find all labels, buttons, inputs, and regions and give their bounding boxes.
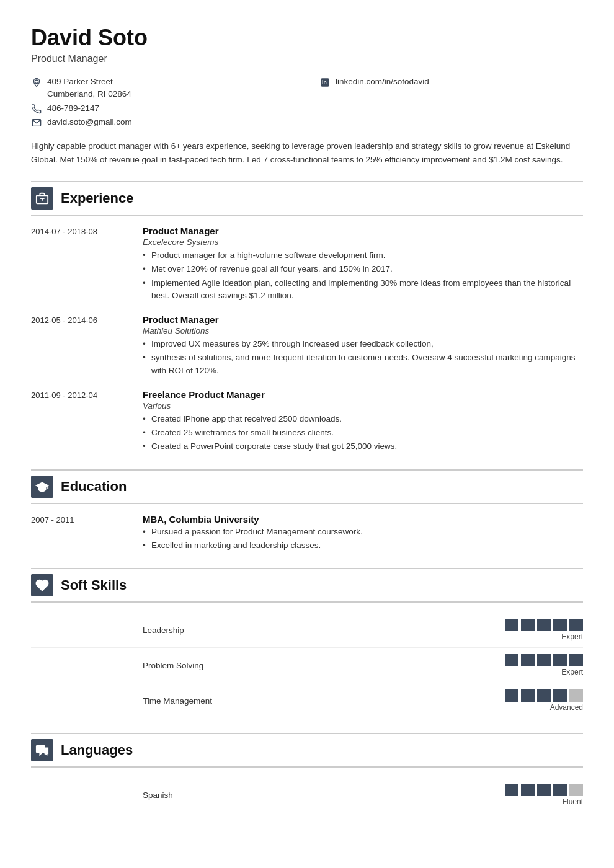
edu-entry-1: 2007 - 2011 MBA, Columbia University Pur… [31, 514, 583, 554]
exp-date-1: 2014-07 - 2018-08 [31, 226, 130, 303]
exp-bullet-3-2: Created 25 wireframes for small business… [143, 427, 583, 439]
skill-bars-col: Fluent [505, 784, 583, 806]
skill-bar [553, 619, 567, 631]
skill-bar [537, 619, 551, 631]
skill-bar [569, 784, 583, 796]
soft-skills-list: LeadershipExpertProblem SolvingExpertTim… [31, 613, 583, 718]
skill-level: Advanced [550, 703, 583, 712]
skill-bar [521, 654, 535, 666]
exp-bullet-1-2: Met over 120% of revenue goal all four y… [143, 263, 583, 275]
svg-rect-7 [37, 746, 45, 753]
svg-point-0 [35, 80, 38, 83]
skill-level: Fluent [563, 797, 583, 806]
edu-date-1: 2007 - 2011 [31, 514, 130, 554]
email-icon [31, 117, 42, 128]
skill-bar [537, 689, 551, 702]
experience-section: Experience 2014-07 - 2018-08 Product Man… [31, 181, 583, 454]
exp-entry-2: 2012-05 - 2014-06 Product Manager Mathie… [31, 314, 583, 378]
skill-bars-col: Advanced [505, 689, 583, 712]
candidate-title: Product Manager [31, 53, 583, 64]
exp-role-2: Product Manager [143, 314, 583, 325]
languages-list: SpanishFluent [31, 777, 583, 812]
experience-icon [31, 187, 53, 210]
experience-title: Experience [61, 190, 133, 206]
address-text: 409 Parker Street Cumberland, RI 02864 [47, 76, 131, 101]
linkedin-url: linkedin.com/in/sotodavid [336, 76, 429, 88]
exp-bullets-3: Created iPhone app that received 2500 do… [143, 413, 583, 453]
candidate-name: David Soto [31, 25, 583, 51]
exp-company-3: Various [143, 401, 583, 410]
languages-section: Languages SpanishFluent [31, 733, 583, 812]
skill-bar [537, 654, 551, 666]
soft-skills-title: Soft Skills [61, 577, 127, 593]
skill-bars [505, 619, 583, 631]
skill-bar [553, 654, 567, 666]
skill-bar [553, 784, 567, 796]
skill-entry: LeadershipExpert [31, 613, 583, 648]
exp-content-2: Product Manager Mathieu Solutions Improv… [143, 314, 583, 378]
exp-date-3: 2011-09 - 2012-04 [31, 389, 130, 454]
exp-company-1: Excelecore Systems [143, 237, 583, 247]
linkedin-icon: in [319, 77, 331, 88]
skill-level: Expert [561, 632, 583, 641]
exp-entry-1: 2014-07 - 2018-08 Product Manager Excele… [31, 226, 583, 303]
skill-entry: Time ManagementAdvanced [31, 683, 583, 718]
soft-skills-icon [31, 574, 53, 596]
skill-name: Problem Solving [143, 661, 492, 670]
svg-text:in: in [322, 79, 327, 86]
phone-item: 486-789-2147 [31, 102, 295, 115]
edu-role-1: MBA, Columbia University [143, 514, 583, 525]
exp-date-2: 2012-05 - 2014-06 [31, 314, 130, 378]
exp-bullet-1-3: Implemented Agile ideation plan, collect… [143, 277, 583, 303]
exp-bullets-1: Product manager for a high-volume softwa… [143, 249, 583, 302]
skill-bar [569, 619, 583, 631]
languages-title: Languages [61, 742, 133, 758]
skill-bars-col: Expert [505, 619, 583, 641]
education-icon [31, 476, 53, 498]
exp-content-1: Product Manager Excelecore Systems Produ… [143, 226, 583, 303]
education-title: Education [61, 479, 127, 495]
exp-role-3: Freelance Product Manager [143, 389, 583, 400]
email-item: david.soto@gmail.com [31, 116, 295, 128]
address-item: 409 Parker Street Cumberland, RI 02864 [31, 76, 295, 101]
summary-text: Highly capable product manager with 6+ y… [31, 140, 583, 166]
skill-bar [537, 784, 551, 796]
skill-bar [569, 654, 583, 666]
phone-icon [31, 104, 42, 115]
exp-role-1: Product Manager [143, 226, 583, 236]
edu-content-1: MBA, Columbia University Pursued a passi… [143, 514, 583, 554]
skill-bar [505, 654, 518, 666]
skill-bar [505, 619, 518, 631]
skill-bar [505, 689, 518, 702]
skill-bars [505, 654, 583, 666]
skill-bar [521, 619, 535, 631]
exp-content-3: Freelance Product Manager Various Create… [143, 389, 583, 454]
skill-entry: SpanishFluent [31, 777, 583, 812]
location-icon [31, 77, 42, 88]
exp-bullet-2-1: Improved UX measures by 25% through incr… [143, 338, 583, 350]
skill-name: Spanish [143, 790, 492, 800]
contact-section: 409 Parker Street Cumberland, RI 02864 i… [31, 76, 583, 128]
phone-number: 486-789-2147 [47, 102, 99, 115]
exp-bullet-1-1: Product manager for a high-volume softwa… [143, 249, 583, 262]
email-address: david.soto@gmail.com [47, 116, 132, 128]
edu-bullet-1-1: Pursued a passion for Product Management… [143, 526, 583, 538]
exp-bullets-2: Improved UX measures by 25% through incr… [143, 338, 583, 377]
skill-bars-col: Expert [505, 654, 583, 676]
skill-name: Time Management [143, 696, 492, 706]
skill-bar [569, 689, 583, 702]
skill-bar [553, 689, 567, 702]
exp-bullet-3-3: Created a PowerPoint corporate case stud… [143, 440, 583, 453]
skill-name: Leadership [143, 626, 492, 635]
skill-entry: Problem SolvingExpert [31, 648, 583, 683]
linkedin-item: in linkedin.com/in/sotodavid [319, 76, 583, 101]
skill-bar [505, 784, 518, 796]
education-header: Education [31, 469, 583, 504]
skill-bar [521, 689, 535, 702]
exp-entry-3: 2011-09 - 2012-04 Freelance Product Mana… [31, 389, 583, 454]
edu-bullet-1-2: Excelled in marketing and leadership cla… [143, 539, 583, 552]
skill-bars [505, 689, 583, 702]
skill-level: Expert [561, 668, 583, 676]
skill-bar [521, 784, 535, 796]
exp-bullet-3-1: Created iPhone app that received 2500 do… [143, 413, 583, 425]
